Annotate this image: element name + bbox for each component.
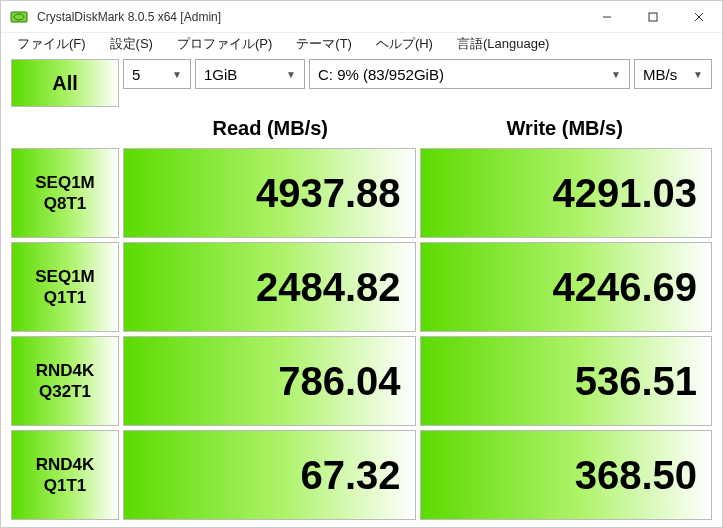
read-value: 4937.88: [123, 148, 416, 238]
write-value: 4291.03: [420, 148, 713, 238]
chevron-down-icon: ▼: [166, 69, 182, 80]
test-row: RND4K Q32T1 786.04 536.51: [11, 336, 712, 426]
menubar: ファイル(F) 設定(S) プロファイル(P) テーマ(T) ヘルプ(H) 言語…: [1, 33, 722, 55]
runs-value: 5: [132, 66, 140, 83]
runs-select[interactable]: 5 ▼: [123, 59, 191, 89]
drive-value: C: 9% (83/952GiB): [318, 66, 444, 83]
write-value: 536.51: [420, 336, 713, 426]
run-seq1m-q1t1-button[interactable]: SEQ1M Q1T1: [11, 242, 119, 332]
close-button[interactable]: [676, 1, 722, 33]
column-headers: Read (MB/s) Write (MB/s): [1, 109, 722, 146]
test-line2: Q8T1: [44, 193, 87, 214]
size-select[interactable]: 1GiB ▼: [195, 59, 305, 89]
test-line1: RND4K: [36, 360, 95, 381]
menu-settings[interactable]: 設定(S): [100, 33, 163, 55]
test-row: SEQ1M Q1T1 2484.82 4246.69: [11, 242, 712, 332]
menu-profile[interactable]: プロファイル(P): [167, 33, 282, 55]
header-read: Read (MB/s): [123, 111, 418, 146]
window-buttons: [584, 1, 722, 33]
chevron-down-icon: ▼: [605, 69, 621, 80]
chevron-down-icon: ▼: [687, 69, 703, 80]
drive-select[interactable]: C: 9% (83/952GiB) ▼: [309, 59, 630, 89]
titlebar: CrystalDiskMark 8.0.5 x64 [Admin]: [1, 1, 722, 33]
menu-help[interactable]: ヘルプ(H): [366, 33, 443, 55]
toolbar: All 5 ▼ 1GiB ▼ C: 9% (83/952GiB) ▼ MB/s …: [1, 55, 722, 109]
results-grid: SEQ1M Q8T1 4937.88 4291.03 SEQ1M Q1T1 24…: [1, 146, 722, 528]
app-window: CrystalDiskMark 8.0.5 x64 [Admin] ファイル(F…: [0, 0, 723, 528]
read-value: 2484.82: [123, 242, 416, 332]
run-seq1m-q8t1-button[interactable]: SEQ1M Q8T1: [11, 148, 119, 238]
run-rnd4k-q32t1-button[interactable]: RND4K Q32T1: [11, 336, 119, 426]
svg-rect-3: [649, 13, 657, 21]
unit-select[interactable]: MB/s ▼: [634, 59, 712, 89]
menu-file[interactable]: ファイル(F): [7, 33, 96, 55]
unit-value: MB/s: [643, 66, 677, 83]
test-line1: SEQ1M: [35, 172, 95, 193]
test-row: SEQ1M Q8T1 4937.88 4291.03: [11, 148, 712, 238]
run-rnd4k-q1t1-button[interactable]: RND4K Q1T1: [11, 430, 119, 520]
header-write: Write (MB/s): [418, 111, 713, 146]
minimize-button[interactable]: [584, 1, 630, 33]
run-all-button[interactable]: All: [11, 59, 119, 107]
test-line2: Q32T1: [39, 381, 91, 402]
menu-theme[interactable]: テーマ(T): [286, 33, 362, 55]
test-line1: RND4K: [36, 454, 95, 475]
test-line1: SEQ1M: [35, 266, 95, 287]
read-value: 786.04: [123, 336, 416, 426]
write-value: 368.50: [420, 430, 713, 520]
test-line2: Q1T1: [44, 475, 87, 496]
size-value: 1GiB: [204, 66, 237, 83]
app-icon: [9, 7, 29, 27]
window-title: CrystalDiskMark 8.0.5 x64 [Admin]: [37, 10, 584, 24]
read-value: 67.32: [123, 430, 416, 520]
menu-language[interactable]: 言語(Language): [447, 33, 560, 55]
maximize-button[interactable]: [630, 1, 676, 33]
test-line2: Q1T1: [44, 287, 87, 308]
write-value: 4246.69: [420, 242, 713, 332]
test-row: RND4K Q1T1 67.32 368.50: [11, 430, 712, 520]
chevron-down-icon: ▼: [280, 69, 296, 80]
